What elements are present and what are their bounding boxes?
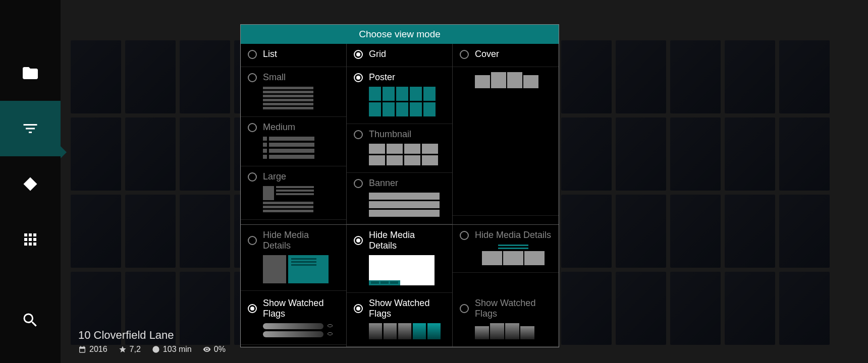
column-grid: Grid Poster Thumbnail [347,44,453,224]
search-icon [21,311,39,329]
option-list-large[interactable]: Large [248,171,339,182]
preview-grid-poster [369,87,445,116]
preview-list-medium [263,137,339,159]
poster-thumb[interactable] [670,272,721,345]
meta-rating-value: 7,2 [130,345,141,354]
poster-thumb[interactable] [725,40,775,113]
option-hide-details-grid[interactable]: Hide Media Details [354,230,445,251]
poster-thumb[interactable] [561,117,612,191]
tag-icon [21,175,39,193]
preview-list-small [263,87,339,109]
poster-thumb[interactable] [125,195,176,268]
label-hide-details-2: Hide Media Details [369,230,445,251]
poster-thumb[interactable] [561,195,612,268]
label-large: Large [263,171,286,182]
sidebar-item-search[interactable] [0,292,61,348]
poster-thumb[interactable] [616,117,666,191]
label-grid: Grid [369,49,386,59]
poster-thumb[interactable] [616,272,666,345]
option-grid-poster[interactable]: Poster [354,72,445,83]
poster-thumb[interactable] [561,272,612,345]
sidebar-item-grid-view[interactable] [0,212,61,267]
poster-thumb[interactable] [725,195,775,268]
preview-grid-thumbnail [369,144,445,165]
poster-thumb[interactable] [71,117,121,191]
poster-thumb[interactable] [561,40,612,113]
preview-flags-cover [475,323,552,339]
option-show-flags-grid[interactable]: Show Watched Flags [354,298,445,319]
option-hide-details-list[interactable]: Hide Media Details [248,230,339,251]
eye-icon [203,345,211,353]
star-icon [119,345,127,353]
poster-thumb[interactable] [180,195,230,268]
label-list: List [263,49,277,59]
meta-duration: 103 min [152,345,192,354]
meta-watched-value: 0% [214,345,226,354]
poster-thumb[interactable] [725,272,775,345]
meta-watched: 0% [203,345,226,354]
label-show-flags-1: Show Watched Flags [263,298,339,319]
grid-icon [21,230,39,249]
preview-flags-grid [369,323,445,339]
label-hide-details-1: Hide Media Details [263,230,339,251]
poster-thumb[interactable] [180,117,230,191]
label-cover: Cover [475,49,499,59]
option-show-flags-list[interactable]: Show Watched Flags [248,298,339,319]
poster-thumb[interactable] [670,40,721,113]
poster-thumb[interactable] [779,195,830,268]
folder-icon [21,64,39,82]
label-thumbnail: Thumbnail [369,129,411,140]
view-mode-dialog: Choose view mode List Small Med [240,24,559,347]
sidebar-item-browse[interactable] [0,45,61,101]
clock-icon [152,345,160,353]
label-medium: Medium [263,122,295,133]
preview-grid-banner [369,193,445,217]
poster-thumb[interactable] [670,117,721,191]
option-list-medium[interactable]: Medium [248,122,339,133]
preview-flags-list [263,323,339,337]
meta-year: 2016 [78,345,107,354]
poster-thumb[interactable] [616,40,666,113]
label-poster: Poster [369,72,395,83]
meta-year-value: 2016 [89,345,107,354]
poster-thumb[interactable] [779,40,830,113]
option-show-flags-cover[interactable]: Show Watched Flags [460,298,552,319]
meta-rating: 7,2 [119,345,141,354]
label-banner: Banner [369,178,398,189]
calendar-icon [78,345,86,353]
option-cover[interactable]: Cover [460,49,552,59]
label-show-flags-2: Show Watched Flags [369,298,445,319]
dialog-title: Choose view mode [241,25,559,44]
sidebar-active-pointer [61,146,67,158]
selected-info: 10 Cloverfield Lane 2016 7,2 103 min 0% [78,329,226,354]
poster-thumb[interactable] [779,272,830,345]
selected-title: 10 Cloverfield Lane [78,329,226,342]
option-grid-thumbnail[interactable]: Thumbnail [354,129,445,140]
option-list[interactable]: List [248,49,339,59]
option-grid[interactable]: Grid [354,49,445,59]
poster-thumb[interactable] [725,117,775,191]
option-grid-banner[interactable]: Banner [354,178,445,189]
label-show-flags-3: Show Watched Flags [475,298,552,319]
preview-cover [475,72,552,88]
preview-hide-details-list [263,255,339,283]
poster-thumb[interactable] [616,195,666,268]
preview-list-large [263,186,339,212]
poster-thumb[interactable] [779,117,830,191]
poster-thumb[interactable] [125,117,176,191]
label-hide-details-3: Hide Media Details [475,230,551,240]
sidebar-item-filter[interactable] [0,101,61,156]
column-list: List Small Medium [241,44,347,224]
selected-meta: 2016 7,2 103 min 0% [78,345,226,354]
meta-duration-value: 103 min [163,345,192,354]
poster-thumb[interactable] [71,40,121,113]
option-hide-details-cover[interactable]: Hide Media Details [460,230,552,240]
poster-thumb[interactable] [71,195,121,268]
sidebar-item-tags[interactable] [0,156,61,212]
column-cover: Cover [453,44,559,224]
poster-thumb[interactable] [180,40,230,113]
poster-thumb[interactable] [125,40,176,113]
poster-thumb[interactable] [670,195,721,268]
option-list-small[interactable]: Small [248,72,339,83]
label-small: Small [263,72,286,83]
